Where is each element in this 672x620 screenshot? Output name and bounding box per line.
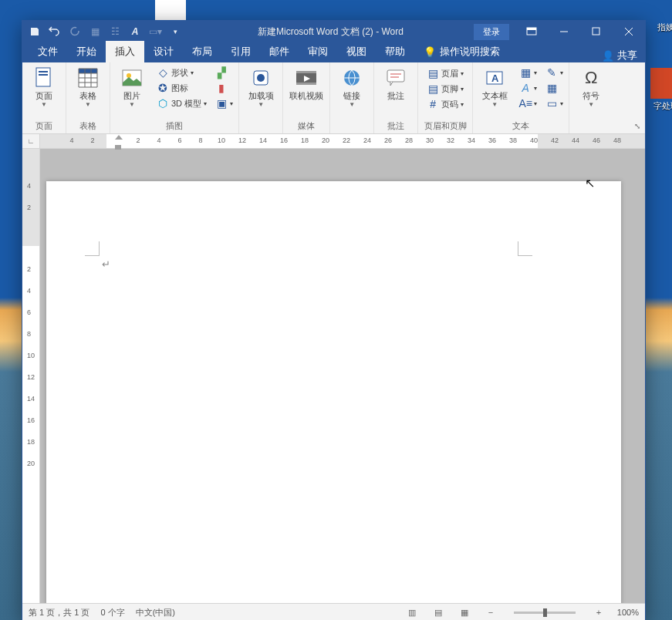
desktop-icon[interactable]: 字处理 [647, 100, 672, 112]
ribbon-tabs: 文件 开始 插入 设计 布局 引用 邮件 审阅 视图 帮助 💡 操作说明搜索 👤… [22, 42, 645, 62]
screenshot-button[interactable]: ▣▾ [213, 96, 235, 110]
zoom-in-button[interactable]: + [591, 606, 606, 618]
qat-btn[interactable]: ☷ [106, 22, 124, 41]
links-label: 链接 [343, 91, 360, 100]
chevron-down-icon: ▼ [258, 101, 264, 108]
quick-access-toolbar: ▦ ☷ A ▭▾ ▾ [22, 22, 187, 41]
tab-insert[interactable]: 插入 [106, 41, 144, 62]
tab-design[interactable]: 设计 [144, 41, 183, 62]
online-video-button[interactable]: 联机视频 [285, 64, 328, 102]
tell-me[interactable]: 💡 操作说明搜索 [414, 41, 509, 62]
login-button[interactable]: 登录 [474, 24, 509, 40]
chart-icon: ▮ [215, 82, 228, 94]
links-button[interactable]: 链接 ▼ [332, 64, 372, 110]
tab-home[interactable]: 开始 [67, 41, 106, 62]
omega-icon: Ω [579, 66, 603, 90]
status-words[interactable]: 0 个字 [100, 607, 124, 618]
zoom-slider[interactable] [514, 612, 576, 614]
symbol-button[interactable]: Ω 符号 ▼ [571, 64, 611, 110]
zoom-out-button[interactable]: − [483, 606, 498, 618]
footer-icon: ▤ [427, 83, 439, 95]
header-button[interactable]: ▤页眉 ▾ [424, 66, 466, 80]
pictures-label: 图片 [123, 91, 140, 100]
pages-button[interactable]: 页面 ▼ [24, 64, 64, 110]
tab-mailings[interactable]: 邮件 [260, 41, 299, 62]
addins-icon [248, 66, 273, 90]
word-window: ▦ ☷ A ▭▾ ▾ 新建Microsoft Word 文档 (2) - Wor… [22, 20, 646, 620]
wordart-button[interactable]: A▾ [517, 81, 539, 95]
qat-customize-icon[interactable]: ▾ [166, 22, 184, 41]
save-icon[interactable] [25, 22, 44, 41]
status-page[interactable]: 第 1 页，共 1 页 [29, 607, 89, 618]
tab-file[interactable]: 文件 [29, 41, 67, 62]
close-button[interactable] [613, 21, 645, 42]
cube-icon: ⬡ [157, 97, 169, 110]
indent-marker-icon[interactable] [115, 131, 123, 140]
video-label: 联机视频 [289, 91, 323, 100]
tab-layout[interactable]: 布局 [183, 41, 221, 62]
qat-btn[interactable]: ▦ [86, 22, 104, 41]
table-button[interactable]: 表格 ▼ [68, 64, 108, 110]
group-media: 联机视频 媒体 [283, 62, 330, 133]
print-layout-icon[interactable]: ▤ [431, 606, 446, 618]
icons-button[interactable]: ✪图标 [154, 81, 209, 95]
tab-help[interactable]: 帮助 [376, 41, 414, 62]
addins-label: 加载项 [248, 91, 274, 100]
margin-corner [518, 241, 532, 256]
qat-btn[interactable]: A [126, 22, 144, 41]
desktop-icon[interactable]: 指姨 [647, 22, 672, 33]
read-mode-icon[interactable]: ▥ [404, 606, 420, 618]
shapes-button[interactable]: ◇形状 ▾ [154, 66, 209, 79]
maximize-button[interactable] [580, 21, 613, 42]
3dmodel-button[interactable]: ⬡3D 模型 ▾ [154, 96, 209, 110]
signature-button[interactable]: ✎▾ [543, 66, 566, 79]
paragraph-mark-icon: ↵ [102, 258, 110, 270]
dropcap-button[interactable]: A≡▾ [517, 96, 539, 110]
share-button[interactable]: 👤 共享 [602, 49, 637, 62]
group-comments: 批注 批注 [374, 62, 418, 133]
datetime-button[interactable]: ▦ [543, 81, 566, 95]
textbox-button[interactable]: A 文本框 ▼ [474, 64, 515, 110]
footer-button[interactable]: ▤页脚 ▾ [424, 82, 466, 96]
object-button[interactable]: ▭▾ [543, 96, 566, 110]
chart-button[interactable]: ▮ [213, 81, 235, 95]
web-layout-icon[interactable]: ▦ [457, 606, 472, 618]
group-label [571, 121, 611, 133]
pagenumber-button[interactable]: #页码 ▾ [424, 97, 466, 111]
comment-button[interactable]: 批注 [376, 64, 416, 102]
group-label [241, 121, 281, 133]
workspace: 422468101214161820 ↵ [22, 149, 645, 603]
qat-btn[interactable]: ▭▾ [146, 22, 164, 41]
collapse-ribbon-icon[interactable]: ⤡ [634, 122, 640, 130]
tab-references[interactable]: 引用 [221, 41, 260, 62]
redo-icon[interactable] [66, 22, 84, 41]
minimize-button[interactable] [548, 21, 580, 42]
addins-button[interactable]: 加载项 ▼ [241, 64, 281, 110]
comment-label: 批注 [387, 91, 404, 100]
page-area[interactable]: ↵ [40, 149, 645, 603]
tab-view[interactable]: 视图 [337, 41, 376, 62]
group-headerfooter: ▤页眉 ▾ ▤页脚 ▾ #页码 ▾ 页眉和页脚 [418, 62, 473, 133]
video-icon [294, 66, 319, 90]
pictures-button[interactable]: 图片 ▼ [112, 64, 152, 110]
tab-selector[interactable]: ∟ [22, 134, 40, 148]
tab-review[interactable]: 审阅 [299, 41, 337, 62]
tell-me-label: 操作说明搜索 [440, 45, 500, 59]
quickparts-button[interactable]: ▦▾ [517, 66, 539, 79]
smartart-button[interactable]: ▞ [213, 66, 235, 79]
undo-icon[interactable] [46, 22, 64, 41]
screenshot-icon: ▣ [215, 97, 228, 110]
status-language[interactable]: 中文(中国) [136, 607, 175, 618]
zoom-level[interactable]: 100% [617, 608, 639, 617]
ruler-vertical[interactable]: 422468101214161820 [22, 149, 40, 603]
icons-icon: ✪ [157, 82, 169, 94]
ruler-horizontal[interactable]: 4224681012141618202224262830323436384042… [40, 134, 645, 148]
desktop-icon-label: 指姨 [657, 22, 672, 32]
group-label: 文本 [474, 119, 567, 133]
textbox-icon: A [482, 66, 507, 90]
ribbon-display-icon[interactable] [515, 21, 548, 42]
desktop-icon[interactable] [647, 68, 672, 100]
ruler-horizontal-area: ∟ 42246810121416182022242628303234363840… [22, 134, 645, 149]
slider-thumb[interactable] [543, 608, 547, 617]
document-page[interactable]: ↵ [46, 181, 621, 603]
